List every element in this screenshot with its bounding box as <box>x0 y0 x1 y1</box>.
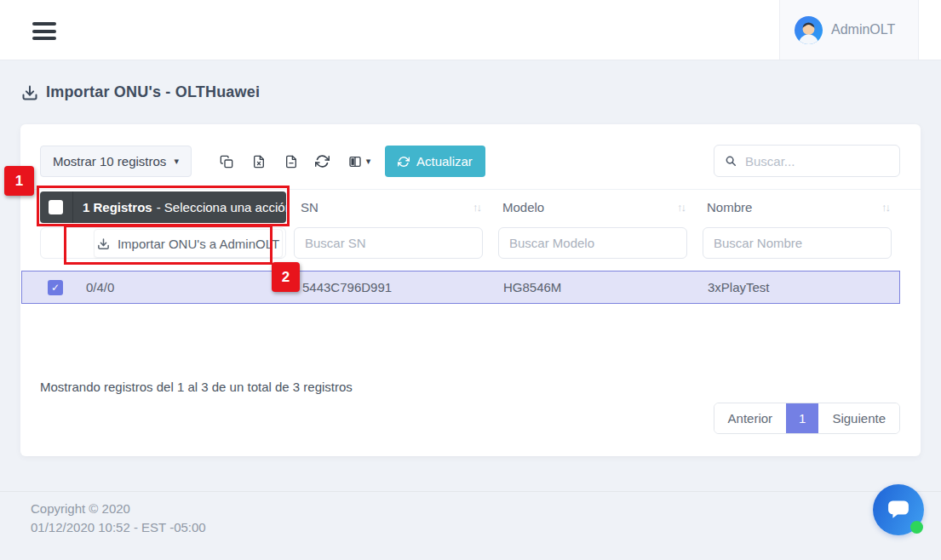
export-excel-button[interactable] <box>244 146 274 177</box>
user-menu[interactable]: AdminOLT <box>779 0 919 60</box>
modelo-filter-input[interactable] <box>498 227 687 259</box>
topbar: AdminOLT <box>0 0 941 60</box>
columns-icon <box>348 155 362 169</box>
bulk-action-dropdown[interactable]: 1 Registros - Selecciona una acción ▾ <box>40 191 286 223</box>
table-row-selected[interactable]: ✓ 0/4/0 5443C796D991 HG8546M 3xPlayTest <box>21 271 900 304</box>
search-input[interactable] <box>745 154 889 169</box>
cell-interface: 0/4/0 <box>86 271 114 303</box>
show-records-label: Mostrar 10 registros <box>53 154 166 169</box>
divider <box>72 191 73 223</box>
divider <box>20 189 921 190</box>
column-visibility-dropdown[interactable]: ▾ <box>337 146 382 177</box>
sort-icon[interactable]: ↑↓ <box>473 191 480 223</box>
menu-bar <box>32 30 56 33</box>
avatar-icon <box>795 16 823 44</box>
footer-copyright: Copyright © 2020 <box>31 501 130 516</box>
global-search <box>714 145 900 177</box>
pagination: Anterior 1 Siguiente <box>714 403 900 434</box>
file-text-icon <box>284 155 298 169</box>
chevron-down-icon: ▾ <box>366 157 371 166</box>
menu-bar <box>32 37 56 40</box>
download-icon <box>97 237 110 250</box>
column-header-sn[interactable]: SN <box>301 191 318 223</box>
chevron-down-icon: ▾ <box>174 157 179 166</box>
select-all-checkbox[interactable] <box>49 200 63 214</box>
footer-divider <box>0 491 941 492</box>
excel-file-icon <box>252 155 266 169</box>
pagination-previous[interactable]: Anterior <box>714 403 787 433</box>
page-title: Importar ONU's - OLTHuawei <box>21 83 260 101</box>
annotation-step-1: 1 <box>4 166 34 196</box>
page-title-text: Importar ONU's - OLTHuawei <box>46 83 260 101</box>
copy-button[interactable] <box>211 146 242 177</box>
annotation-step-2: 2 <box>272 262 300 292</box>
column-header-nombre[interactable]: Nombre <box>707 191 752 223</box>
datatable-card: Mostrar 10 registros ▾ <box>20 124 921 456</box>
sort-icon[interactable]: ↑↓ <box>677 191 685 223</box>
menu-icon[interactable] <box>32 22 56 40</box>
menu-bar <box>32 22 56 26</box>
sort-icon[interactable]: ↑↓ <box>881 191 889 223</box>
refresh-icon <box>398 156 410 168</box>
column-header-modelo[interactable]: Modelo <box>502 191 544 223</box>
selected-count: 1 Registros <box>83 200 152 214</box>
show-records-dropdown[interactable]: Mostrar 10 registros ▾ <box>40 146 192 177</box>
online-status-dot <box>910 521 923 534</box>
copy-icon <box>220 155 233 169</box>
cell-modelo: HG8546M <box>503 271 561 303</box>
footer-datetime: 01/12/2020 10:52 - EST -05:00 <box>31 520 206 534</box>
import-onus-button[interactable]: Importar ONU's a AdminOLT <box>94 229 283 258</box>
actualizar-button[interactable]: Actualizar <box>385 146 485 177</box>
pagination-next[interactable]: Siguiente <box>818 403 899 433</box>
actualizar-label: Actualizar <box>416 154 473 169</box>
search-icon <box>725 154 737 168</box>
screen: AdminOLT Importar ONU's - OLTHuawei Most… <box>0 0 941 560</box>
records-summary: Mostrando registros del 1 al 3 de un tot… <box>40 380 353 394</box>
pagination-page-1[interactable]: 1 <box>786 403 818 433</box>
nombre-filter-input[interactable] <box>703 227 892 259</box>
refresh-button[interactable] <box>307 146 337 177</box>
action-label: - Selecciona una acción <box>157 200 292 214</box>
import-onus-label: Importar ONU's a AdminOLT <box>118 237 279 251</box>
cell-sn: 5443C796D991 <box>302 271 392 303</box>
refresh-icon <box>315 154 330 169</box>
sn-filter-input[interactable] <box>294 227 483 259</box>
download-icon <box>21 84 38 101</box>
check-icon: ✓ <box>51 282 60 294</box>
cell-nombre: 3xPlayTest <box>708 271 770 303</box>
row-checkbox-checked[interactable]: ✓ <box>48 280 63 295</box>
user-name: AdminOLT <box>831 22 895 37</box>
export-file-button[interactable] <box>276 146 307 177</box>
chat-bubble-icon <box>886 499 911 522</box>
